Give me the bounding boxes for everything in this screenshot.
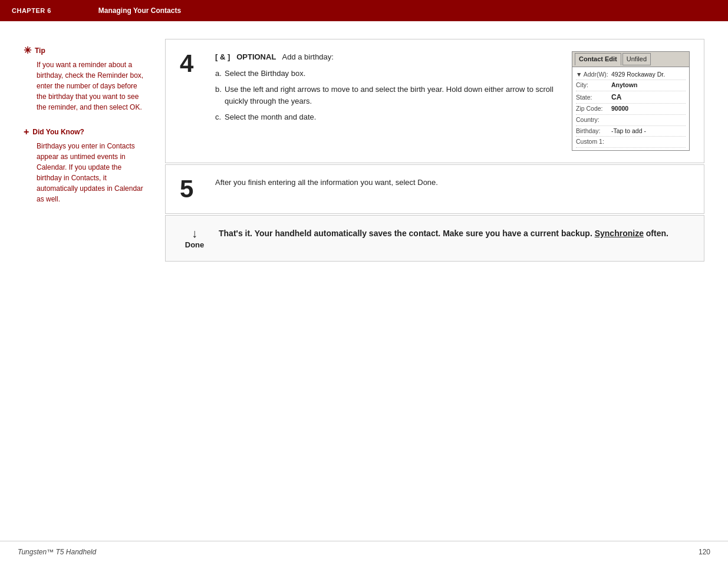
tip-block: ✳ Tip If you want a reminder about a bir… <box>24 45 147 113</box>
step-4-item-a-text: Select the Birthday box. <box>225 69 305 78</box>
device-row-state: State: CA <box>576 91 686 104</box>
dyk-label: Did You Know? <box>32 128 84 136</box>
done-label: Done <box>185 240 205 249</box>
tip-star-icon: ✳ <box>24 45 31 56</box>
footer-page: 120 <box>699 548 710 556</box>
step-5-inner: 5 After you finish entering all the info… <box>180 177 690 201</box>
device-row-birthday: Birthday: -Tap to add - <box>576 126 686 137</box>
device-tab-active: Contact Edit <box>575 53 621 65</box>
step-4-number: 4 <box>180 51 203 76</box>
done-icon-label: ↓ Done <box>180 227 209 249</box>
chapter-label: CHAPTER 6 <box>12 7 51 14</box>
step-4-optional: OPTIONAL <box>236 52 276 61</box>
device-zip-label: Zip Code: <box>576 104 611 114</box>
device-city-label: City: <box>576 81 611 90</box>
device-state-value: CA <box>611 92 621 103</box>
device-birthday-label: Birthday: <box>576 127 611 136</box>
step-5-content: After you finish entering all the inform… <box>215 177 690 189</box>
done-text: That's it. Your handheld automatically s… <box>219 227 668 240</box>
device-row-country: Country: <box>576 115 686 126</box>
sidebar: ✳ Tip If you want a reminder about a bir… <box>24 39 147 262</box>
dyk-plus-icon: + <box>24 127 29 137</box>
device-city-value: Anytown <box>611 81 637 90</box>
tip-label: Tip <box>35 47 45 55</box>
step-4-content: [ & ] OPTIONAL Add a birthday: a. Select… <box>215 51 690 151</box>
step-5-text: After you finish entering all the inform… <box>215 177 690 189</box>
header-bar: CHAPTER 6 Managing Your Contacts <box>0 0 728 21</box>
device-country-label: Country: <box>576 115 611 125</box>
step-4-content-inner: [ & ] OPTIONAL Add a birthday: a. Select… <box>215 51 690 151</box>
step-4-item-a-label: a. <box>215 68 222 80</box>
done-box: ↓ Done That's it. Your handheld automati… <box>165 215 704 262</box>
device-tab-inactive: Unfiled <box>622 53 651 65</box>
main-content: ✳ Tip If you want a reminder about a bir… <box>0 21 728 273</box>
step-4-item-b: b. Use the left and right arrows to move… <box>215 84 560 107</box>
chapter-title: Managing Your Contacts <box>98 6 181 15</box>
device-row-addr: ▼ Addr(W): 4929 Rockaway Dr. <box>576 70 686 81</box>
tip-text: If you want a reminder about a birthday,… <box>24 59 147 113</box>
step-4-title-rest: Add a birthday: <box>282 52 333 61</box>
device-header: Contact Edit Unfiled <box>572 52 689 67</box>
device-body: ▼ Addr(W): 4929 Rockaway Dr. City: Anyto… <box>572 67 689 151</box>
tip-header: ✳ Tip <box>24 45 147 56</box>
step-5-box: 5 After you finish entering all the info… <box>165 164 704 214</box>
step-4-item-c: c. Select the month and date. <box>215 111 560 123</box>
footer-brand-suffix: Handheld <box>66 548 96 556</box>
done-synchronize-link[interactable]: Synchronize <box>595 229 644 238</box>
step-4-item-a: a. Select the Birthday box. <box>215 68 560 80</box>
step-4-title: [ & ] OPTIONAL Add a birthday: <box>215 51 560 63</box>
done-inner: ↓ Done That's it. Your handheld automati… <box>180 227 690 249</box>
device-row-custom: Custom 1: <box>576 137 686 148</box>
step-4-text-area: [ & ] OPTIONAL Add a birthday: a. Select… <box>215 51 560 151</box>
step-4-item-b-label: b. <box>215 84 222 95</box>
footer-brand: Tungsten™ T5 Handheld <box>18 548 96 556</box>
done-arrow-icon: ↓ <box>192 227 197 239</box>
device-row-city: City: Anytown <box>576 80 686 91</box>
dyk-text: Birthdays you enter in Contacts appear a… <box>24 141 147 204</box>
device-addr-value: 4929 Rockaway Dr. <box>611 70 665 80</box>
dyk-header: + Did You Know? <box>24 127 147 137</box>
device-state-label: State: <box>576 93 611 103</box>
device-zip-value: 90000 <box>611 104 628 114</box>
step-4-item-c-text: Select the month and date. <box>225 113 316 121</box>
step-5-number: 5 <box>180 177 203 201</box>
footer-brand-name: Tungsten™ T5 <box>18 548 64 556</box>
step-4-box: 4 [ & ] OPTIONAL Add a birthday: <box>165 39 704 163</box>
step-4-inner: 4 [ & ] OPTIONAL Add a birthday: <box>180 51 690 151</box>
device-birthday-value: -Tap to add - <box>611 127 646 136</box>
device-addr-label: ▼ Addr(W): <box>576 70 611 80</box>
done-text-main: That's it. Your handheld automatically s… <box>219 229 592 238</box>
steps-area: 4 [ & ] OPTIONAL Add a birthday: <box>165 39 704 262</box>
device-row-zip: Zip Code: 90000 <box>576 104 686 115</box>
device-screenshot: Contact Edit Unfiled ▼ Addr(W): 4929 Roc… <box>572 51 690 151</box>
footer: Tungsten™ T5 Handheld 120 <box>0 541 728 562</box>
step-4-item-b-text: Use the left and right arrows to move to… <box>225 85 554 105</box>
step-4-bracket: [ & ] <box>215 52 230 61</box>
done-text-often: often. <box>646 229 668 238</box>
did-you-know-block: + Did You Know? Birthdays you enter in C… <box>24 127 147 204</box>
device-custom-label: Custom 1: <box>576 137 611 147</box>
step-4-item-c-label: c. <box>215 111 221 123</box>
step-4-list: a. Select the Birthday box. b. Use the l… <box>215 68 560 123</box>
